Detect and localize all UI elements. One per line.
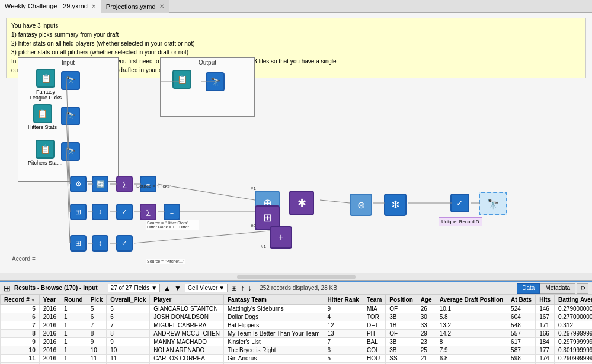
check-1-icon: ✓	[116, 204, 133, 220]
arrow-down-icon[interactable]: ↓	[248, 284, 251, 292]
output-browse-icon: 🔭	[206, 72, 225, 91]
col-record[interactable]: Record #	[1, 295, 40, 305]
node-join-1[interactable]: ⊞	[70, 204, 87, 220]
hitters-label: Hitters Stats	[28, 124, 57, 130]
field-selector[interactable]: 27 of 27 Fields ▼	[108, 284, 161, 292]
view-dropdown-icon: ▼	[219, 285, 225, 291]
node-browse-pitchers[interactable]: 🔭	[61, 142, 80, 161]
node-browse-hitters[interactable]: 🔭	[61, 107, 80, 125]
formula-2-icon: ∑	[140, 204, 156, 220]
pitchers-icon: 📋	[36, 140, 55, 159]
tab-projections[interactable]: Projections.yxmd ✕	[101, 0, 169, 13]
node-formula-1[interactable]: ∑	[116, 176, 133, 192]
sort-up-icon[interactable]: ▲	[164, 284, 171, 292]
metadata-tab-button[interactable]: Metadata	[540, 283, 575, 294]
node-output-browse[interactable]: 🔭	[206, 72, 225, 91]
table-row: 62016166JOSH DONALDSONDollar Dogs4TOR3B3…	[1, 313, 593, 321]
tab-bar: Weekly Challenge - 29.yxmd ✕ Projections…	[0, 0, 592, 13]
results-table-wrap[interactable]: Record # Year Round Pick Overall_Pick Pl…	[0, 295, 592, 364]
node-browse-fantasy[interactable]: 🔭	[61, 71, 80, 90]
info-line-3: 2) hitter stats on all field players (wh…	[11, 39, 581, 48]
col-team[interactable]: Team	[363, 295, 385, 305]
node-join-right[interactable]: ⊛	[350, 194, 372, 216]
node-pitchers-stats[interactable]: 📋 Pitchers Stat...	[28, 140, 63, 166]
col-round[interactable]: Round	[60, 295, 87, 305]
results-table: Record # Year Round Pick Overall_Pick Pl…	[0, 295, 592, 364]
node-check-right[interactable]: ✓	[450, 194, 469, 212]
fantasy-picks-label: Fantasy League Picks	[28, 89, 63, 101]
tab-weekly-close[interactable]: ✕	[91, 3, 96, 9]
col-ab[interactable]: At Bats	[507, 295, 536, 305]
col-avg[interactable]: Batting Average	[555, 295, 592, 305]
node-output-input[interactable]: 📋	[172, 70, 191, 89]
config-button[interactable]: ⚙	[577, 283, 588, 294]
unique-label: Unique: RecordID	[439, 217, 482, 226]
info-line-1: You have 3 inputs	[11, 21, 581, 30]
view-selector[interactable]: Cell Viewer ▼	[185, 284, 228, 292]
node-check-2[interactable]: ✓	[116, 235, 133, 252]
source-picks-label: Source = "Picks"	[136, 183, 171, 189]
records-info: 252 records displayed, 28 KB	[260, 285, 337, 291]
col-hits[interactable]: Hits	[536, 295, 555, 305]
tab-weekly-challenge[interactable]: Weekly Challenge - 29.yxmd ✕	[0, 0, 101, 13]
table-row: 72016177MIGUEL CABRERABat Flippers12DET1…	[1, 321, 593, 330]
node-check-1[interactable]: ✓	[116, 204, 133, 220]
tab-projections-close[interactable]: ✕	[159, 3, 164, 9]
node-hitters-stats[interactable]: 📋 Hitters Stats	[28, 104, 57, 130]
col-position[interactable]: Position	[386, 295, 417, 305]
label-1-bottom: #1	[261, 244, 266, 249]
snowflake-icon: ❄	[384, 194, 407, 216]
col-overall[interactable]: Overall_Pick	[107, 295, 150, 305]
tab-weekly-label: Weekly Challenge - 29.yxmd	[5, 2, 88, 9]
col-age[interactable]: Age	[417, 295, 436, 305]
data-meta-buttons: Data Metadata ⚙	[517, 283, 588, 294]
col-pick[interactable]: Pick	[87, 295, 107, 305]
col-fantasy[interactable]: Fantasy Team	[223, 295, 324, 305]
results-panel: ⊞ Results - Browse (170) - Input 27 of 2…	[0, 281, 592, 364]
field-count-label: 27 of 27 Fields	[111, 285, 150, 291]
col-year[interactable]: Year	[39, 295, 60, 305]
output-label: Output	[161, 58, 254, 67]
append-1-icon: +	[270, 226, 292, 249]
node-sort-1[interactable]: ↕	[92, 204, 108, 220]
cross-1-icon: ✱	[289, 191, 314, 215]
separator-1	[103, 284, 103, 292]
row-selector-icon: ⊞	[4, 284, 11, 293]
view-label: Cell Viewer	[188, 285, 217, 291]
data-tab-button[interactable]: Data	[517, 283, 540, 294]
arrow-up-icon[interactable]: ↑	[241, 284, 244, 292]
table-header-row: Record # Year Round Pick Overall_Pick Pl…	[1, 295, 593, 305]
col-adp[interactable]: Average Draft Position	[436, 295, 507, 305]
node-select-2[interactable]: ≡	[164, 204, 180, 220]
node-join-2[interactable]: ⊞	[70, 235, 87, 252]
sort-down-icon[interactable]: ▼	[174, 284, 181, 292]
join-right-icon: ⊛	[350, 194, 372, 216]
table-row: 92016199MANNY MACHADOKinsler's List7BAL3…	[1, 338, 593, 346]
node-snowflake[interactable]: ❄	[384, 194, 407, 216]
horizontal-scrollbar[interactable]	[0, 273, 592, 281]
sort-1-icon: ↕	[92, 204, 108, 220]
accord-label: Accord =	[12, 256, 36, 262]
results-tbody: 52016155GIANCARLO STANTONMattingly's Sid…	[1, 305, 593, 365]
browse-hitters-icon: 🔭	[61, 107, 80, 125]
col-player[interactable]: Player	[150, 295, 224, 305]
node-formula-2[interactable]: ∑	[140, 204, 156, 220]
node-fantasy-picks[interactable]: 📋 Fantasy League Picks	[28, 69, 63, 101]
table-row: 11201611111CARLOS CORREAGin Andrus5HOUSS…	[1, 355, 593, 363]
tab-projections-label: Projections.yxmd	[106, 3, 156, 10]
node-browse-final[interactable]: 🔭	[479, 192, 507, 215]
check-right-icon: ✓	[450, 194, 469, 212]
scrollbar-thumb[interactable]	[237, 275, 356, 279]
svg-line-15	[320, 200, 350, 203]
node-transform-2[interactable]: 🔄	[92, 176, 108, 192]
node-transform-1[interactable]: ⚙	[70, 176, 87, 192]
output-container: Output 📋 🔭	[160, 57, 255, 117]
node-sort-2[interactable]: ↕	[92, 235, 108, 252]
browse-final-icon: 🔭	[479, 192, 507, 215]
table-row: 52016155GIANCARLO STANTONMattingly's Sid…	[1, 305, 593, 313]
results-title: Results - Browse (170) - Input	[14, 285, 98, 291]
filter-icon[interactable]: ⊞	[231, 284, 237, 292]
node-append-1[interactable]: +	[270, 226, 292, 249]
col-rank[interactable]: Hitter Rank	[324, 295, 363, 305]
node-cross-1[interactable]: ✱	[289, 191, 314, 215]
